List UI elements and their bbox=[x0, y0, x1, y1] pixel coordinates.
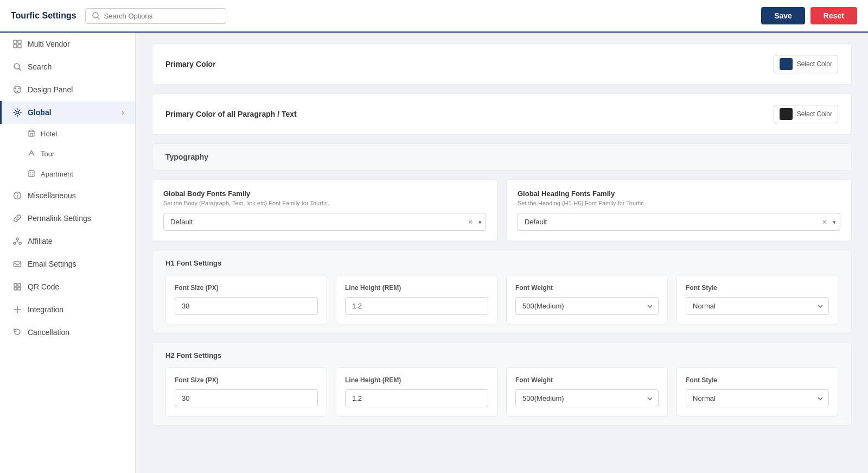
primary-color-label: Primary Color bbox=[165, 60, 216, 68]
svg-rect-3 bbox=[18, 40, 21, 43]
h1-line-height-input[interactable] bbox=[345, 297, 488, 315]
svg-rect-25 bbox=[14, 262, 21, 267]
sidebar-label-email: Email Settings bbox=[28, 260, 76, 268]
header-actions: Save Reset bbox=[761, 7, 857, 24]
sidebar-item-cancellation[interactable]: Cancellation bbox=[0, 321, 135, 344]
body-fonts-select-wrapper: Default ✕ ▾ bbox=[163, 213, 486, 231]
sidebar-label-search: Search bbox=[28, 62, 52, 71]
sidebar-item-qr[interactable]: QR Code bbox=[0, 275, 135, 298]
sidebar-item-hotel[interactable]: Hotel bbox=[0, 124, 135, 144]
heading-fonts-title: Global Heading Fonts Family bbox=[518, 190, 840, 198]
sidebar-label-integration: Integration bbox=[28, 305, 63, 314]
apartment-icon bbox=[28, 169, 35, 179]
h1-font-size-card: Font Size (PX) bbox=[165, 275, 327, 324]
h2-line-height-input[interactable] bbox=[345, 389, 488, 407]
palette-icon bbox=[12, 85, 22, 94]
h1-line-height-label: Line Height (REM) bbox=[345, 284, 488, 292]
affiliate-icon bbox=[12, 236, 22, 246]
sidebar-item-global[interactable]: Global › bbox=[0, 101, 135, 124]
sidebar-item-multi-vendor[interactable]: Multi Vendor bbox=[0, 33, 135, 55]
primary-color-swatch bbox=[780, 58, 793, 70]
body-fonts-select[interactable]: Default bbox=[163, 213, 486, 231]
sidebar-label-permalink: Permalink Settings bbox=[28, 214, 91, 223]
h2-font-size-input[interactable] bbox=[175, 389, 318, 407]
h1-font-style-label: Font Style bbox=[686, 284, 829, 292]
heading-fonts-select[interactable]: Default bbox=[518, 213, 840, 231]
search-icon bbox=[92, 12, 100, 20]
h1-font-size-input[interactable] bbox=[175, 297, 318, 315]
h2-font-style-select[interactable]: Normal Italic Oblique bbox=[686, 389, 829, 407]
h1-line-height-card: Line Height (REM) bbox=[336, 275, 497, 324]
sidebar-label-hotel: Hotel bbox=[41, 130, 57, 138]
sidebar-item-design-panel[interactable]: Design Panel bbox=[0, 78, 135, 101]
sidebar-item-search[interactable]: Search bbox=[0, 55, 135, 78]
h2-settings-title: H2 Font Settings bbox=[165, 351, 838, 360]
h2-font-weight-select[interactable]: 100(Thin) 200(Extra Light) 300(Light) 40… bbox=[515, 389, 659, 407]
main-content: Primary Color Select Color Primary Color… bbox=[136, 33, 868, 473]
body-fonts-clear[interactable]: ✕ bbox=[468, 218, 473, 226]
svg-line-7 bbox=[19, 68, 21, 71]
link-icon bbox=[12, 213, 22, 223]
save-button[interactable]: Save bbox=[761, 7, 805, 24]
h2-font-size-card: Font Size (PX) bbox=[165, 367, 327, 417]
body-fonts-card: Global Body Fonts Family Set the Body (P… bbox=[152, 179, 497, 241]
heading-fonts-clear[interactable]: ✕ bbox=[822, 218, 827, 226]
paragraph-color-picker[interactable]: Select Color bbox=[774, 105, 838, 123]
h2-font-style-card: Font Style Normal Italic Oblique bbox=[676, 367, 838, 417]
svg-point-12 bbox=[16, 111, 19, 114]
paragraph-color-select-label: Select Color bbox=[797, 110, 832, 118]
search-nav-icon bbox=[12, 62, 22, 72]
svg-point-9 bbox=[15, 88, 17, 90]
font-family-row: Global Body Fonts Family Set the Body (P… bbox=[152, 179, 852, 241]
sidebar-item-apartment[interactable]: Apartment bbox=[0, 164, 135, 184]
h1-settings-title: H1 Font Settings bbox=[165, 259, 838, 267]
header: Tourfic Settings Save Reset bbox=[0, 0, 868, 33]
qr-icon bbox=[12, 282, 22, 292]
h1-settings-section: H1 Font Settings Font Size (PX) Line Hei… bbox=[152, 250, 852, 333]
h1-font-weight-select[interactable]: 100(Thin) 200(Extra Light) 300(Light) 40… bbox=[515, 297, 659, 315]
h1-font-size-label: Font Size (PX) bbox=[175, 284, 318, 292]
svg-point-10 bbox=[18, 88, 20, 90]
content-area: Primary Color Select Color Primary Color… bbox=[136, 33, 868, 445]
body-fonts-title: Global Body Fonts Family bbox=[163, 190, 486, 198]
reset-button[interactable]: Reset bbox=[810, 7, 857, 24]
h1-settings-grid: Font Size (PX) Line Height (REM) Font We… bbox=[165, 275, 838, 324]
sidebar-item-permalink[interactable]: Permalink Settings bbox=[0, 207, 135, 230]
svg-rect-4 bbox=[14, 45, 17, 48]
plus-icon bbox=[12, 305, 22, 314]
sidebar-label-miscellaneous: Miscellaneous bbox=[28, 191, 76, 200]
sidebar-label-qr: QR Code bbox=[28, 282, 59, 291]
grid-icon bbox=[12, 39, 22, 49]
search-input[interactable] bbox=[104, 12, 219, 20]
heading-fonts-select-wrapper: Default ✕ ▾ bbox=[518, 213, 840, 231]
sidebar-item-affiliate[interactable]: Affiliate bbox=[0, 230, 135, 253]
svg-line-1 bbox=[98, 17, 99, 19]
sidebar-item-tour[interactable]: Tour bbox=[0, 144, 135, 164]
svg-point-11 bbox=[17, 91, 18, 92]
typography-section: Typography bbox=[152, 143, 852, 171]
misc-icon bbox=[12, 191, 22, 200]
paragraph-color-card: Primary Color of all Paragraph / Text Se… bbox=[152, 93, 852, 135]
sidebar-item-email[interactable]: Email Settings bbox=[0, 253, 135, 275]
gear-icon bbox=[12, 108, 22, 117]
h2-font-style-label: Font Style bbox=[686, 376, 829, 384]
h1-font-weight-card: Font Weight 100(Thin) 200(Extra Light) 3… bbox=[506, 275, 668, 324]
primary-color-card: Primary Color Select Color bbox=[152, 43, 852, 85]
email-icon bbox=[12, 259, 22, 269]
primary-color-picker[interactable]: Select Color bbox=[774, 55, 838, 73]
h1-font-style-select[interactable]: Normal Italic Oblique bbox=[686, 297, 829, 315]
svg-rect-2 bbox=[14, 40, 17, 43]
sidebar-item-miscellaneous[interactable]: Miscellaneous bbox=[0, 184, 135, 207]
h2-font-weight-label: Font Weight bbox=[515, 376, 659, 384]
h1-font-weight-label: Font Weight bbox=[515, 284, 659, 292]
paragraph-color-label: Primary Color of all Paragraph / Text bbox=[165, 110, 297, 118]
h2-line-height-label: Line Height (REM) bbox=[345, 376, 488, 384]
sidebar-item-integration[interactable]: Integration bbox=[0, 298, 135, 321]
svg-point-8 bbox=[14, 86, 21, 93]
svg-point-23 bbox=[14, 242, 16, 244]
svg-rect-14 bbox=[29, 171, 34, 176]
hotel-icon bbox=[28, 129, 35, 138]
svg-point-22 bbox=[16, 238, 18, 240]
sidebar-label-multi-vendor: Multi Vendor bbox=[28, 40, 70, 48]
h2-settings-section: H2 Font Settings Font Size (PX) Line Hei… bbox=[152, 342, 852, 426]
